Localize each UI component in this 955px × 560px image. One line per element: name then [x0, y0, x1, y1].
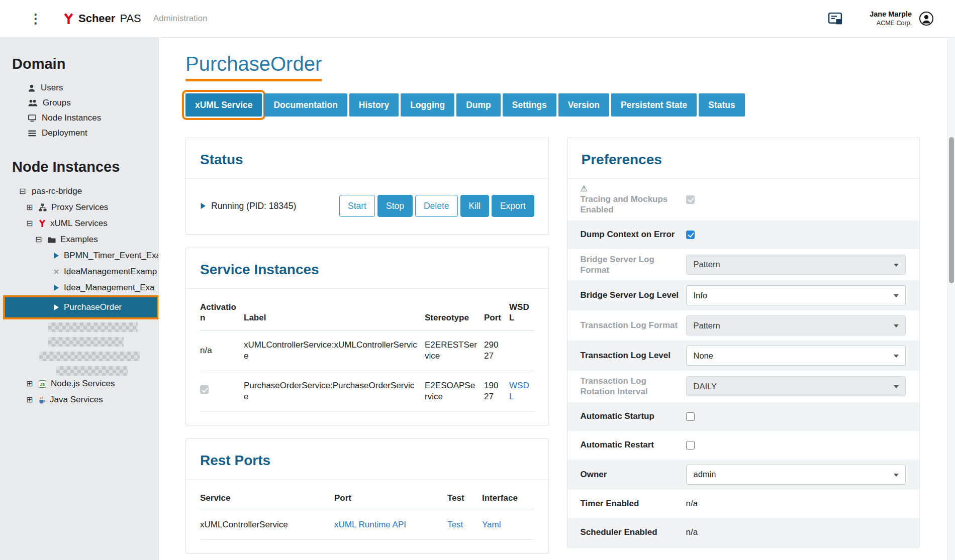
tab-persistent-state[interactable]: Persistent State — [611, 93, 697, 117]
user-avatar-button[interactable] — [919, 11, 934, 26]
preference-row-scheduler-enabled: Scheduler Enabledn/a — [567, 518, 920, 547]
chevron-down-icon — [894, 474, 899, 477]
preference-select[interactable]: Info — [686, 285, 906, 305]
tree-item-node-js-services[interactable]: ⊞JSNode.js Services — [0, 376, 158, 392]
status-actions: StartStopDeleteKillExport — [339, 195, 534, 217]
preference-label-text: Transaction Log Level — [581, 350, 671, 361]
test-link[interactable]: Test — [447, 520, 463, 529]
activation-cell: n/a — [200, 330, 244, 371]
status-card-header: Status — [186, 138, 548, 179]
preference-control — [686, 231, 907, 239]
sidebar-item-users[interactable]: Users — [0, 80, 158, 95]
tree-expand-icon[interactable]: ⊞ — [26, 396, 34, 404]
column-header-activation: Activation — [200, 297, 244, 330]
node-instances-icon — [28, 115, 36, 122]
preference-control — [686, 441, 907, 450]
tree-collapse-icon[interactable]: ⊟ — [26, 219, 34, 228]
select-value: Pattern — [694, 260, 720, 269]
preference-control: Info — [686, 285, 907, 305]
kebab-menu-icon[interactable]: ⋮ — [29, 12, 42, 25]
tree-collapse-icon[interactable]: ⊟ — [19, 187, 27, 195]
table-row: PurchaseOrderService:PurchaseOrderServic… — [200, 371, 534, 411]
node-instances-tree: ⊟pas-rc-bridge⊞Proxy Services⊟xUML Servi… — [0, 183, 158, 408]
start-button[interactable]: Start — [339, 195, 375, 217]
interface-yaml-link[interactable]: Yaml — [482, 520, 501, 529]
select-value: Info — [694, 291, 708, 300]
chevron-down-icon — [894, 324, 899, 327]
preference-label-text: Automatic Restart — [581, 439, 654, 450]
preference-control: n/a — [686, 527, 907, 537]
user-info: Jane Marple ACME Corp. — [870, 10, 912, 27]
tab-version[interactable]: Version — [558, 93, 609, 117]
preference-value: n/a — [686, 499, 698, 509]
kill-button[interactable]: Kill — [460, 195, 489, 217]
tree-item-idea-management-exa[interactable]: Idea_Management_Exa — [0, 280, 158, 296]
tab-xuml-service[interactable]: xUML Service — [185, 93, 262, 117]
tree-item-label: Idea_Management_Exa — [64, 283, 155, 293]
sidebar-item-label: Users — [41, 83, 63, 93]
preference-row-bridge-server-log-format: Bridge Server Log FormatPattern — [567, 249, 920, 281]
tree-item-proxy-services[interactable]: ⊞Proxy Services — [0, 199, 158, 215]
wsdl-link[interactable]: WSDL — [509, 381, 529, 401]
scheer-icon — [39, 219, 46, 228]
preference-label: Bridge Server Log Level — [581, 290, 686, 300]
preference-row-dump-context-on-error: Dump Context on Error — [567, 220, 920, 249]
select-value: Pattern — [694, 321, 720, 330]
preference-checkbox[interactable] — [686, 412, 695, 421]
export-button[interactable]: Export — [492, 195, 534, 217]
preference-checkbox[interactable] — [686, 231, 695, 239]
content-columns: Status Running (PID: 18345) StartStopDel… — [185, 138, 920, 553]
preference-control: admin — [686, 465, 907, 485]
vertical-scrollbar[interactable] — [947, 38, 955, 560]
topbar: ⋮ Scheer PAS Administration Jane Marple … — [0, 0, 955, 38]
tree-item-label: BPMN_Timer_Event_Exa — [64, 251, 158, 261]
tree-item-java-services[interactable]: ⊞Java Services — [0, 392, 158, 408]
stop-button[interactable]: Stop — [377, 195, 413, 217]
preference-label: Transaction Log Format — [581, 320, 686, 330]
preference-control: Pattern — [686, 255, 907, 275]
preference-row-automatic-restart: Automatic Restart — [567, 431, 920, 460]
tree-item-examples[interactable]: ⊟Examples — [0, 232, 158, 248]
preferences-card: Preferences ⚠Tracing and Mockups Enabled… — [567, 138, 920, 547]
preference-select[interactable]: admin — [686, 465, 906, 485]
delete-button[interactable]: Delete — [415, 195, 458, 217]
tree-item-purchaseorder[interactable]: PurchaseOrder — [5, 297, 157, 317]
preference-row-timer-enabled: Timer Enabledn/a — [567, 490, 920, 518]
svg-text:JS: JS — [40, 382, 45, 387]
runtime-api-link[interactable]: xUML Runtime API — [334, 520, 406, 529]
tree-collapse-icon[interactable]: ⊟ — [35, 236, 43, 244]
tree-item-ideamanagementexamp[interactable]: IdeaManagementExamp — [0, 264, 158, 280]
tab-status[interactable]: Status — [699, 93, 744, 117]
scrollbar-thumb[interactable] — [949, 137, 954, 283]
tab-dump[interactable]: Dump — [456, 93, 501, 117]
tree-expand-icon[interactable]: ⊞ — [26, 380, 34, 388]
sidebar-item-groups[interactable]: Groups — [0, 95, 158, 110]
tab-logging[interactable]: Logging — [401, 93, 454, 117]
port-cell: 29027 — [484, 330, 509, 371]
preference-control — [686, 195, 907, 204]
user-avatar-icon — [919, 11, 934, 26]
folder-icon — [48, 237, 56, 243]
tree-item-bpmn-timer-event-exa[interactable]: BPMN_Timer_Event_Exa — [0, 248, 158, 264]
users-icon — [28, 99, 37, 106]
column-header-stereotype: Stereotype — [425, 297, 484, 330]
rest-ports-title: Rest Ports — [200, 453, 534, 469]
preference-select[interactable]: None — [686, 346, 906, 366]
log-viewer-button[interactable] — [828, 12, 843, 26]
preference-select: Pattern — [686, 315, 906, 335]
sidebar-item-node-instances[interactable]: Node Instances — [0, 110, 158, 126]
sidebar-item-label: Groups — [43, 98, 71, 108]
sidebar-item-deployment[interactable]: Deployment — [0, 126, 158, 141]
preference-checkbox[interactable] — [686, 441, 695, 450]
preference-label: Transaction Log Rotation Interval — [581, 376, 686, 397]
tab-documentation[interactable]: Documentation — [264, 93, 347, 117]
tree-expand-icon[interactable]: ⊞ — [26, 203, 34, 211]
tab-history[interactable]: History — [349, 93, 399, 117]
tree-item-xuml-services[interactable]: ⊟xUML Services — [0, 215, 158, 232]
tree-item-pas-rc-bridge[interactable]: ⊟pas-rc-bridge — [0, 183, 158, 199]
preference-select: Pattern — [686, 255, 906, 275]
tab-settings[interactable]: Settings — [503, 93, 556, 117]
service-instances-card: Service Instances ActivationLabelStereot… — [185, 248, 549, 425]
topbar-right: Jane Marple ACME Corp. — [828, 10, 955, 27]
preference-label: Owner — [581, 469, 686, 480]
